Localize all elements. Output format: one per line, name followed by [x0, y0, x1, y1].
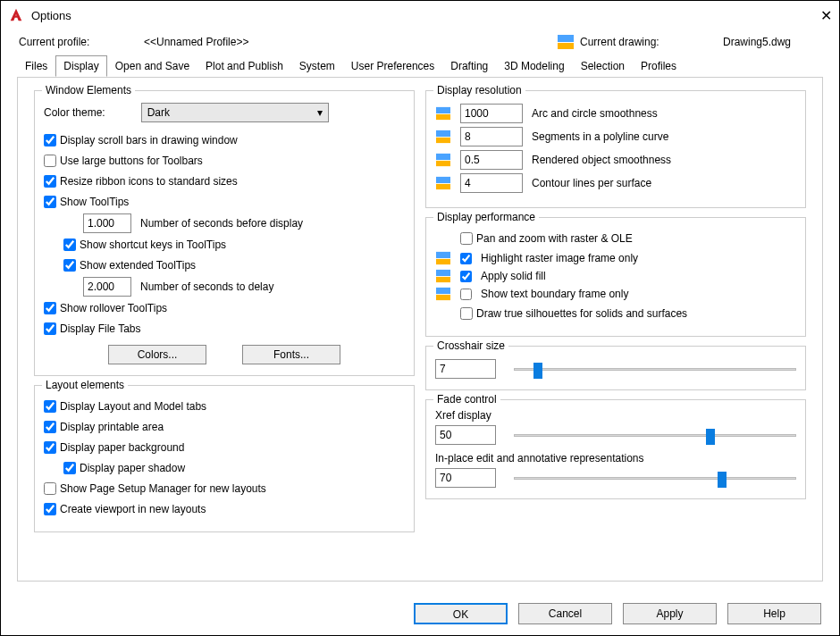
paper-background-checkbox[interactable]	[44, 441, 56, 454]
apply-button[interactable]: Apply	[623, 603, 717, 624]
group-fade-control: Fade control Xref display 50 In-place ed…	[425, 399, 806, 499]
large-buttons-checkbox[interactable]	[44, 155, 56, 167]
ok-button[interactable]: OK	[414, 603, 508, 624]
svg-marker-11	[436, 259, 450, 264]
contour-lines-input[interactable]: 4	[460, 173, 523, 193]
current-drawing-value: Drawing5.dwg	[723, 36, 821, 48]
printable-area-checkbox[interactable]	[44, 421, 56, 433]
drawing-icon	[435, 106, 451, 121]
segments-input[interactable]: 8	[460, 127, 523, 146]
cancel-button[interactable]: Cancel	[518, 603, 612, 624]
current-profile-value: <<Unnamed Profile>>	[144, 36, 323, 48]
drawing-icon	[435, 287, 451, 301]
inplace-edit-input[interactable]: 70	[435, 468, 496, 488]
drawing-icon	[557, 34, 575, 50]
tab-open-and-save[interactable]: Open and Save	[107, 55, 197, 77]
tooltip-delay-input[interactable]: 2.000	[83, 277, 131, 297]
svg-rect-8	[436, 177, 450, 183]
svg-marker-15	[436, 295, 450, 300]
current-profile-label: Current profile:	[19, 36, 144, 48]
file-tabs-checkbox[interactable]	[44, 322, 56, 335]
text-boundary-checkbox[interactable]	[460, 289, 472, 300]
scroll-bars-checkbox[interactable]	[44, 134, 56, 146]
solid-fill-checkbox[interactable]	[460, 271, 472, 282]
tab-selection[interactable]: Selection	[573, 55, 633, 77]
svg-rect-2	[436, 107, 450, 113]
crosshair-size-input[interactable]: 7	[435, 359, 496, 379]
svg-marker-9	[436, 184, 450, 189]
show-tooltips-checkbox[interactable]	[44, 196, 56, 208]
svg-rect-10	[436, 252, 450, 258]
inplace-edit-label: In-place edit and annotative representat…	[435, 452, 796, 464]
rollover-tooltips-checkbox[interactable]	[44, 302, 56, 314]
close-button[interactable]: ✕	[803, 7, 832, 24]
silhouettes-checkbox[interactable]	[460, 307, 473, 320]
svg-rect-14	[436, 288, 450, 294]
svg-marker-13	[436, 277, 450, 282]
group-display-resolution: Display resolution 1000Arc and circle sm…	[425, 90, 806, 208]
shortcut-keys-checkbox[interactable]	[63, 238, 76, 251]
current-drawing-label: Current drawing:	[580, 36, 723, 48]
layout-tabs-checkbox[interactable]	[44, 400, 56, 413]
tab-display[interactable]: Display	[55, 55, 106, 77]
svg-marker-3	[436, 114, 450, 120]
create-viewport-checkbox[interactable]	[44, 503, 56, 515]
arc-smoothness-input[interactable]: 1000	[460, 104, 523, 123]
crosshair-size-slider[interactable]	[514, 360, 796, 378]
svg-rect-6	[436, 154, 450, 160]
svg-rect-0	[558, 35, 574, 42]
drawing-icon	[435, 153, 451, 167]
svg-marker-7	[436, 161, 450, 166]
drawing-icon	[435, 269, 451, 283]
page-setup-checkbox[interactable]	[44, 482, 56, 495]
drawing-icon	[435, 251, 451, 265]
group-layout-elements: Layout elements Display Layout and Model…	[34, 385, 415, 532]
highlight-raster-checkbox[interactable]	[460, 253, 472, 264]
fonts-button[interactable]: Fonts...	[242, 345, 340, 364]
drawing-icon	[435, 130, 451, 144]
tab-files[interactable]: Files	[17, 55, 55, 77]
tab-3d-modeling[interactable]: 3D Modeling	[496, 55, 572, 77]
drawing-icon	[435, 176, 451, 190]
tab-drafting[interactable]: Drafting	[442, 55, 496, 77]
pan-zoom-checkbox[interactable]	[460, 232, 473, 245]
xref-display-slider[interactable]	[514, 426, 796, 444]
chevron-down-icon: ▾	[317, 106, 323, 119]
resize-ribbon-checkbox[interactable]	[44, 175, 56, 188]
app-icon	[8, 7, 24, 23]
color-theme-select[interactable]: Dark ▾	[141, 103, 329, 122]
svg-marker-5	[436, 138, 450, 143]
xref-display-label: Xref display	[435, 409, 796, 422]
svg-rect-12	[436, 270, 450, 276]
window-title: Options	[31, 9, 803, 22]
tab-plot-and-publish[interactable]: Plot and Publish	[197, 55, 291, 77]
tab-bar: FilesDisplayOpen and SavePlot and Publis…	[1, 54, 839, 77]
tab-profiles[interactable]: Profiles	[633, 55, 685, 77]
rendered-smoothness-input[interactable]: 0.5	[460, 150, 523, 170]
color-theme-label: Color theme:	[44, 106, 105, 119]
svg-rect-4	[436, 130, 450, 137]
tab-user-preferences[interactable]: User Preferences	[343, 55, 442, 77]
group-window-elements: Window Elements Color theme: Dark ▾ Disp…	[34, 90, 415, 376]
tab-system[interactable]: System	[291, 55, 343, 77]
help-button[interactable]: Help	[727, 603, 821, 624]
extended-tooltips-checkbox[interactable]	[63, 259, 76, 272]
svg-marker-1	[558, 43, 574, 49]
xref-display-input[interactable]: 50	[435, 425, 496, 445]
tooltip-seconds-input[interactable]: 1.000	[83, 213, 131, 233]
group-display-performance: Display performance Pan and zoom with ra…	[425, 217, 806, 337]
colors-button[interactable]: Colors...	[108, 345, 206, 364]
paper-shadow-checkbox[interactable]	[63, 462, 76, 474]
inplace-edit-slider[interactable]	[514, 469, 796, 487]
group-crosshair-size: Crosshair size 7	[425, 346, 806, 390]
